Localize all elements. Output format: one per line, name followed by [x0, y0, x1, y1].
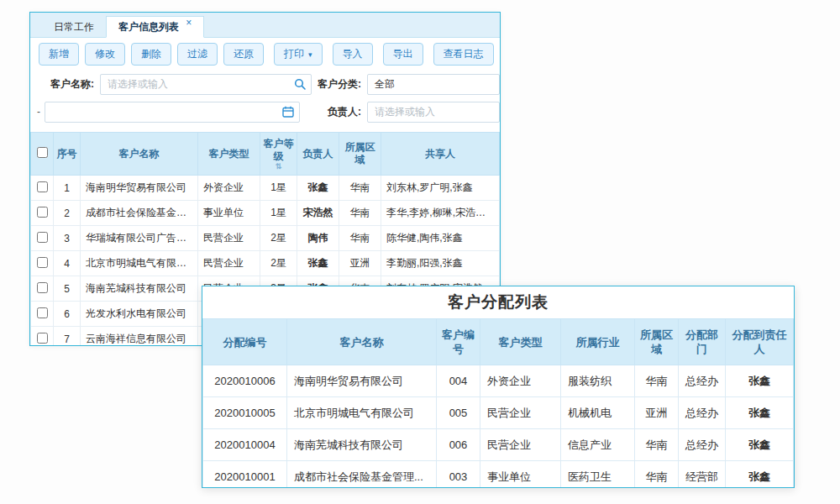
- close-icon[interactable]: ×: [186, 17, 192, 29]
- search-icon[interactable]: [294, 78, 306, 90]
- customer-name-link[interactable]: 成都市社会保险基金管理...: [81, 201, 198, 226]
- sort-icon[interactable]: ⇅: [262, 163, 295, 171]
- customer-name-link[interactable]: 海南明华贸易有限公司: [81, 176, 198, 201]
- customer-name-link[interactable]: 海南芜城科技有限公司: [287, 429, 437, 461]
- dept-cell: 总经办: [679, 429, 726, 461]
- filter-row-2: - 负责人:: [30, 101, 500, 123]
- customer-type-cell: 民营企业: [198, 226, 260, 251]
- col-header-industry: 所属行业: [561, 319, 635, 365]
- delete-button[interactable]: 删除: [131, 43, 171, 66]
- select-all-checkbox[interactable]: [37, 147, 48, 158]
- col-header-dept: 分配部门: [679, 319, 726, 365]
- customer-name-link[interactable]: 光发水利水电有限公司: [81, 302, 198, 327]
- region-cell: 华南: [635, 429, 679, 461]
- chevron-down-icon: ▾: [308, 50, 312, 59]
- row-checkbox[interactable]: [37, 232, 48, 243]
- col-header-owner: 负责人: [297, 133, 339, 176]
- grade-cell: 2星: [260, 251, 297, 276]
- allocation-table-header-row: 分配编号 客户名称 客户编号 客户类型 所属行业 所属区域 分配部门 分配到责任…: [203, 319, 794, 365]
- customer-no-cell: 005: [437, 397, 480, 429]
- assignee-link[interactable]: 张鑫: [726, 397, 794, 429]
- owner-link[interactable]: 张鑫: [297, 251, 339, 276]
- date-input[interactable]: [45, 102, 300, 123]
- assignee-link[interactable]: 张鑫: [726, 365, 794, 397]
- row-checkbox[interactable]: [37, 207, 48, 218]
- customer-name-link[interactable]: 海南明华贸易有限公司: [287, 365, 437, 397]
- col-header-grade-label: 客户等级: [264, 138, 294, 162]
- assignee-link[interactable]: 张鑫: [726, 461, 794, 489]
- customer-name-link[interactable]: 云南海祥信息有限公司: [81, 327, 198, 347]
- edit-button[interactable]: 修改: [85, 43, 125, 66]
- owner-label: 负责人:: [328, 105, 361, 119]
- industry-cell: 信息产业: [561, 429, 635, 461]
- col-header-customer-no: 客户编号: [437, 319, 480, 365]
- add-button[interactable]: 新增: [39, 43, 79, 66]
- row-checkbox[interactable]: [37, 181, 48, 192]
- region-cell: 亚洲: [339, 251, 381, 276]
- owner-link[interactable]: 陶伟: [297, 226, 339, 251]
- owner-link[interactable]: 张鑫: [297, 176, 339, 201]
- table-row: 4 北京市明城电气有限公司 民营企业 2星 张鑫 亚洲 李勤丽,阳强,张鑫: [31, 251, 500, 276]
- col-header-customer-grade[interactable]: 客户等级 ⇅: [260, 133, 297, 176]
- row-select-cell: [31, 201, 54, 226]
- customer-type-cell: 外资企业: [480, 365, 561, 397]
- category-select[interactable]: 全部: [367, 74, 500, 95]
- region-cell: 华南: [635, 365, 679, 397]
- filter-row-1: 客户名称: 客户分类: 全部: [30, 73, 500, 95]
- customer-name-link[interactable]: 华瑞城有限公司广告设计部: [81, 226, 198, 251]
- allocation-table: 分配编号 客户名称 客户编号 客户类型 所属行业 所属区域 分配部门 分配到责任…: [202, 318, 794, 488]
- customer-type-cell: 民营企业: [198, 251, 260, 276]
- col-header-customer-type: 客户类型: [198, 133, 260, 176]
- restore-button[interactable]: 还原: [223, 43, 264, 66]
- industry-cell: 机械机电: [561, 397, 635, 429]
- row-select-cell: [31, 327, 54, 347]
- row-no-cell: 7: [54, 327, 81, 347]
- customer-name-link[interactable]: 成都市社会保险基金管理...: [287, 461, 437, 489]
- row-checkbox[interactable]: [37, 333, 48, 344]
- tab-daily-work[interactable]: 日常工作: [42, 17, 106, 37]
- row-checkbox[interactable]: [37, 282, 48, 293]
- export-button[interactable]: 导出: [383, 43, 423, 66]
- owner-link[interactable]: 宋浩然: [297, 201, 339, 226]
- row-no-cell: 1: [54, 176, 81, 201]
- col-header-region: 所属区域: [635, 319, 679, 365]
- row-select-cell: [31, 226, 54, 251]
- customer-name-link[interactable]: 海南芜城科技有限公司: [81, 276, 198, 302]
- row-no-cell: 4: [54, 251, 81, 276]
- table-row: 2020010001 成都市社会保险基金管理... 003 事业单位 医药卫生 …: [203, 461, 794, 489]
- customer-type-cell: 外资企业: [198, 176, 260, 201]
- dept-cell: 总经办: [679, 365, 726, 397]
- calendar-icon[interactable]: [282, 106, 294, 118]
- alloc-no-link[interactable]: 2020010005: [203, 397, 287, 429]
- import-button[interactable]: 导入: [333, 43, 373, 66]
- alloc-no-link[interactable]: 2020010001: [203, 461, 287, 489]
- owner-input[interactable]: [367, 102, 500, 123]
- row-checkbox[interactable]: [37, 257, 48, 268]
- print-button[interactable]: 打印▾: [274, 43, 323, 66]
- customer-name-input[interactable]: [100, 74, 312, 95]
- tab-label: 客户信息列表: [118, 21, 179, 33]
- col-header-no: 序号: [54, 133, 81, 176]
- table-row: 2020010005 北京市明城电气有限公司 005 民营企业 机械机电 亚洲 …: [203, 397, 794, 429]
- shared-cell: 李华,李婷,柳琳,宋浩然,张鑫: [381, 201, 500, 226]
- row-checkbox[interactable]: [37, 307, 48, 318]
- col-header-shared: 共享人: [381, 133, 500, 176]
- tab-customer-info-list[interactable]: 客户信息列表 ×: [106, 16, 204, 38]
- col-header-customer-name: 客户名称: [287, 319, 437, 365]
- customer-no-cell: 003: [437, 461, 480, 489]
- alloc-no-link[interactable]: 2020010004: [203, 429, 287, 461]
- dept-cell: 经营部: [679, 461, 726, 489]
- view-log-button[interactable]: 查看日志: [433, 43, 494, 66]
- table-row: 3 华瑞城有限公司广告设计部 民营企业 2星 陶伟 华南 陈华健,陶伟,张鑫: [31, 226, 500, 251]
- table-row: 1 海南明华贸易有限公司 外资企业 1星 张鑫 华南 刘东林,罗广明,张鑫: [31, 176, 500, 201]
- customer-type-cell: 事业单位: [480, 461, 561, 489]
- industry-cell: 医药卫生: [561, 461, 635, 489]
- customer-table-header-row: 序号 客户名称 客户类型 客户等级 ⇅ 负责人 所属区域 共享人: [31, 133, 500, 176]
- customer-name-label: 客户名称:: [50, 77, 94, 92]
- row-no-cell: 2: [54, 201, 81, 226]
- filter-button[interactable]: 过滤: [177, 43, 218, 66]
- alloc-no-link[interactable]: 2020010006: [203, 365, 287, 397]
- assignee-link[interactable]: 张鑫: [726, 429, 794, 461]
- customer-name-link[interactable]: 北京市明城电气有限公司: [287, 397, 437, 429]
- customer-name-link[interactable]: 北京市明城电气有限公司: [81, 251, 198, 276]
